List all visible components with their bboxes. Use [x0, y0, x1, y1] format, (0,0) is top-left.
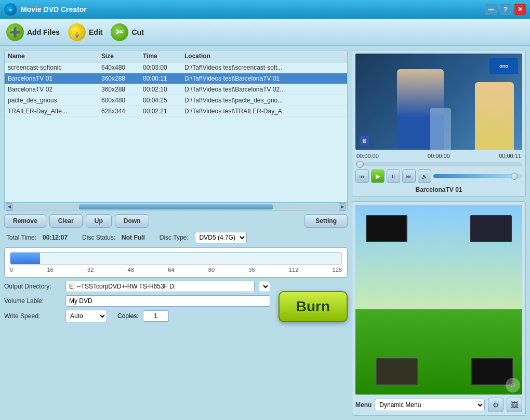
cell-name: BarcelonaTV 02	[8, 86, 101, 93]
output-directory-row: Output Directory:	[4, 281, 270, 292]
play-button[interactable]: ▶	[371, 169, 385, 183]
down-button[interactable]: Down	[115, 214, 150, 228]
volume-label: Volume Lable:	[4, 297, 61, 305]
cell-time: 00:00:11	[143, 75, 184, 82]
title-bar: ● Movie DVD Creator — ? ✕	[0, 0, 530, 19]
capacity-tick: 48	[128, 267, 134, 273]
cell-size: 600x480	[101, 97, 143, 104]
cut-icon: ✂	[111, 23, 128, 41]
next-button[interactable]: ⏭	[402, 169, 416, 183]
window-controls: — ? ✕	[485, 4, 526, 15]
capacity-bar-track	[10, 252, 342, 265]
menu-edit-button[interactable]: 🖼	[507, 398, 522, 412]
cell-size: 628x344	[101, 108, 143, 115]
table-row[interactable]: BarcelonaTV 02 360x288 00:02:10 D:\Taf\V…	[5, 84, 347, 95]
cell-size: 640x480	[101, 64, 143, 71]
burn-button-area: Burn	[274, 291, 348, 322]
capacity-tick: 32	[87, 267, 94, 273]
cell-location: D:\Taf\Videos test\screencast-soft...	[184, 64, 344, 71]
add-files-label: Add Files	[27, 28, 60, 36]
left-panel: Name Size Time Location screencast-softo…	[4, 50, 348, 416]
menu-settings-button[interactable]: ⚙	[488, 398, 504, 412]
setting-button[interactable]: Setting	[304, 214, 348, 228]
scroll-left-arrow[interactable]: ◀	[6, 203, 13, 211]
capacity-tick: 128	[333, 267, 342, 273]
write-speed-select[interactable]: Auto2x4x8x	[65, 310, 107, 322]
cell-location: D:\Taf\Videos test\pacte_des_gno...	[184, 97, 344, 104]
output-dir-input[interactable]	[65, 281, 255, 292]
cell-name: screencast-softonic	[8, 64, 101, 71]
cell-location: D:\Taf\Videos test\BarcelonaTV 02...	[184, 86, 344, 93]
output-dir-label: Output Directory:	[4, 283, 61, 290]
capacity-container: 0163248648096112128	[4, 247, 348, 278]
help-button[interactable]: ?	[500, 4, 511, 15]
copies-input[interactable]	[143, 310, 169, 322]
progress-track[interactable]	[355, 162, 522, 166]
menu-label: Menu	[355, 401, 372, 409]
video-preview: ono B 00:00:00 00:00:00 00:00:11 ⏮ ▶ ⏸ ⏭…	[352, 50, 526, 197]
cell-name: pacte_des_gnous	[8, 97, 101, 104]
action-buttons: Remove Clear Up Down Setting	[4, 214, 348, 228]
cell-time: 00:03:00	[143, 64, 184, 71]
col-size: Size	[101, 52, 143, 60]
volume-track[interactable]	[433, 174, 522, 178]
volume-knob[interactable]	[511, 173, 518, 180]
table-row[interactable]: screencast-softonic 640x480 00:03:00 D:\…	[5, 62, 347, 73]
clear-button[interactable]: Clear	[49, 214, 83, 228]
up-button[interactable]: Up	[86, 214, 112, 228]
volume-label-input[interactable]	[65, 295, 270, 307]
disc-status-value: Not Full	[122, 234, 145, 241]
cell-time: 00:04:25	[143, 97, 184, 104]
copies-label: Copies:	[117, 312, 139, 320]
table-row[interactable]: pacte_des_gnous 600x480 00:04:25 D:\Taf\…	[5, 95, 347, 106]
pause-button[interactable]: ⏸	[387, 169, 400, 183]
progress-knob[interactable]	[356, 161, 364, 168]
output-dir-select[interactable]	[259, 281, 270, 292]
edit-label: Edit	[89, 28, 102, 36]
add-files-button[interactable]: ➕ Add Files	[6, 23, 60, 41]
remove-button[interactable]: Remove	[4, 214, 46, 228]
app-title: Movie DVD Creator	[21, 5, 87, 14]
capacity-tick: 96	[248, 267, 255, 273]
col-name: Name	[8, 52, 101, 60]
file-list-header: Name Size Time Location	[5, 50, 347, 62]
close-button[interactable]: ✕	[514, 4, 526, 15]
file-list-container: Name Size Time Location screencast-softo…	[4, 50, 348, 211]
cell-size: 360x288	[101, 86, 143, 93]
write-speed-label: Write Speed:	[4, 312, 61, 320]
status-bar: Total Time: 00:12:07 Disc Status: Not Fu…	[4, 231, 348, 244]
prev-button[interactable]: ⏮	[355, 169, 369, 183]
main-content: Name Size Time Location screencast-softo…	[0, 46, 530, 420]
controls-row: ⏮ ▶ ⏸ ⏭ 🔊	[355, 169, 522, 183]
cell-location: D:\Taf\Videos test\TRAILER-Day_A	[184, 108, 344, 115]
output-fields: Output Directory: Volume Lable: Write Sp…	[4, 281, 270, 322]
brand-logo: ono	[489, 58, 518, 74]
cell-name: BarcelonaTV 01	[8, 75, 101, 82]
burn-button[interactable]: Burn	[279, 291, 348, 322]
edit-button[interactable]: 💡 Edit	[68, 23, 102, 41]
horizontal-scrollbar[interactable]: ◀ ▶	[5, 202, 347, 211]
file-list-body[interactable]: screencast-softonic 640x480 00:03:00 D:\…	[5, 62, 347, 202]
scroll-right-arrow[interactable]: ▶	[339, 203, 346, 211]
table-row[interactable]: BarcelonaTV 01 360x288 00:00:11 D:\Taf\V…	[5, 73, 347, 84]
minimize-button[interactable]: —	[485, 4, 497, 15]
cell-time: 00:02:10	[143, 86, 184, 93]
scroll-track[interactable]	[14, 204, 338, 209]
menu-thumb-1	[366, 215, 407, 242]
total-time-label: Total Time:	[6, 234, 36, 241]
figure-right	[475, 82, 514, 150]
table-row[interactable]: TRAILER-Day_Afte... 628x344 00:02:21 D:\…	[5, 106, 347, 117]
cell-name: TRAILER-Day_Afte...	[8, 108, 101, 115]
time-start: 00:00:00	[356, 153, 379, 159]
capacity-tick: 80	[208, 267, 215, 273]
menu-preview: ◯ Menu Dynamic Menu ⚙ 🖼	[352, 201, 526, 416]
menu-select[interactable]: Dynamic Menu	[375, 399, 485, 411]
scroll-thumb[interactable]	[79, 204, 273, 209]
watermark-logo: ◯	[506, 378, 520, 392]
volume-label-row: Volume Lable:	[4, 295, 270, 307]
volume-icon: 🔊	[418, 169, 431, 183]
col-location: Location	[184, 52, 344, 60]
disc-type-select[interactable]: DVD5 (4.7G)DVD9 (8.5G)CD (700MB)	[195, 232, 247, 243]
cut-button[interactable]: ✂ Cut	[111, 23, 143, 41]
app-logo: ●	[4, 3, 17, 16]
